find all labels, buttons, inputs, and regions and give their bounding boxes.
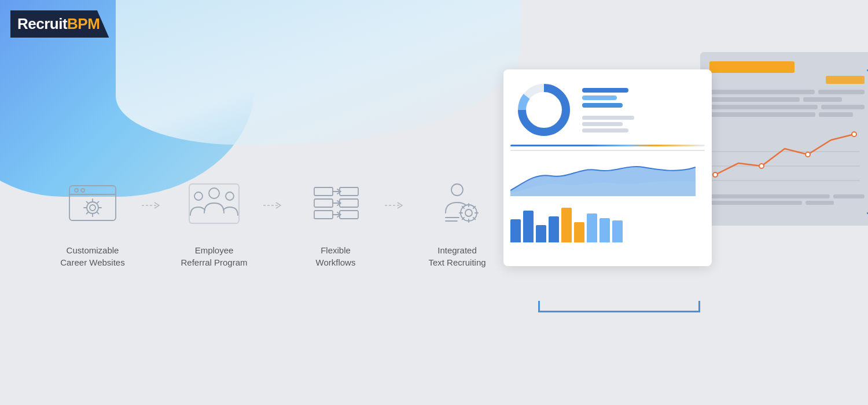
svg-point-2: [75, 189, 78, 192]
analytics-bottom-lines: [709, 194, 865, 205]
donut-legend: [582, 88, 634, 132]
referral-program-icon: [182, 171, 246, 235]
svg-point-30: [451, 184, 463, 196]
svg-rect-20: [314, 187, 333, 196]
main-content: Customizable Career Websites: [0, 0, 868, 405]
svg-line-10: [86, 201, 89, 204]
analytics-content-lines: [709, 90, 865, 117]
svg-point-50: [713, 172, 718, 177]
svg-point-51: [759, 164, 764, 168]
logo: RecruitBPM: [10, 10, 109, 38]
svg-line-13: [86, 212, 89, 214]
workflows-label: Flexible Workflows: [316, 244, 356, 268]
analytics-line-chart: [709, 123, 865, 192]
workflows-icon: [304, 171, 367, 235]
feature-workflows: Flexible Workflows: [289, 171, 382, 268]
dashboard-section: [503, 35, 868, 370]
arrow-1: [139, 200, 168, 211]
features-section: Customizable Career Websites: [46, 171, 503, 268]
donut-chart: [515, 81, 573, 139]
svg-point-52: [806, 152, 810, 157]
feature-career-websites: Customizable Career Websites: [46, 171, 139, 268]
text-recruiting-icon: [425, 171, 489, 235]
svg-rect-26: [340, 187, 358, 196]
analytics-top-bars: [709, 61, 865, 84]
svg-point-3: [81, 189, 84, 192]
logo-text: RecruitBPM: [17, 15, 100, 33]
svg-line-11: [97, 212, 99, 214]
svg-rect-18: [189, 184, 239, 223]
svg-point-53: [852, 132, 856, 137]
logo-recruit: Recruit: [17, 15, 67, 32]
bar-chart: [503, 201, 712, 247]
chart-lines-section: [503, 145, 712, 151]
svg-rect-22: [314, 211, 333, 219]
arrow-2: [260, 200, 289, 211]
svg-point-16: [194, 192, 203, 200]
svg-line-12: [97, 201, 99, 204]
svg-point-17: [226, 192, 234, 200]
text-recruiting-label: Integrated Text Recruiting: [428, 244, 486, 268]
career-websites-label: Customizable Career Websites: [60, 244, 124, 268]
logo-bpm: BPM: [67, 15, 100, 32]
area-chart: [503, 153, 712, 201]
arrow-3: [382, 200, 411, 211]
svg-point-46: [529, 95, 559, 125]
feature-text-recruiting: Integrated Text Recruiting: [411, 171, 503, 268]
svg-point-15: [209, 188, 219, 198]
svg-rect-27: [340, 199, 358, 207]
blue-bottom-accent: [538, 301, 700, 312]
donut-area: [503, 69, 712, 145]
dashboard-main-card: [503, 69, 712, 266]
feature-referral-program: Employee Referral Program: [168, 171, 260, 268]
svg-point-5: [90, 205, 95, 211]
career-websites-icon: [61, 171, 124, 235]
dashboard-analytics-card: [700, 52, 868, 226]
referral-program-label: Employee Referral Program: [181, 244, 247, 268]
svg-rect-28: [340, 211, 358, 219]
svg-rect-21: [314, 199, 333, 207]
